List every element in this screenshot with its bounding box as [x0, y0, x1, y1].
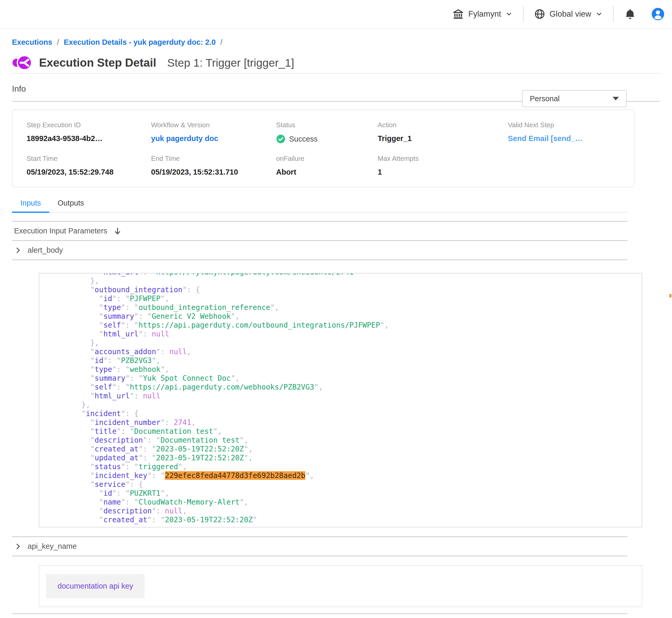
api-key-name-chip: documentation api key [46, 574, 145, 598]
json-line: "incident_key": "229efec8feda44778d3fe69… [42, 471, 642, 480]
field-end-time: End Time 05/19/2023, 15:52:31.710 [151, 154, 276, 177]
field-onfailure: onFailure Abort [276, 154, 378, 177]
find-match-scroll-marker [669, 294, 671, 297]
view-switcher[interactable]: Global view [534, 8, 603, 20]
user-avatar[interactable] [651, 7, 665, 21]
field-value: 05/19/2023, 15:52:31.710 [151, 168, 276, 177]
download-arrow-icon[interactable] [113, 227, 122, 235]
execution-input-parameters-header[interactable]: Execution Input Parameters [12, 222, 627, 241]
chevron-down-icon [595, 10, 603, 18]
org-label: Fylamynt [468, 9, 501, 19]
view-label: Global view [550, 9, 591, 19]
json-line: "self": "https://api.pagerduty.com/webho… [42, 383, 642, 392]
globe-icon [534, 8, 545, 20]
chevron-right-icon [14, 246, 22, 254]
field-workflow-version: Workflow & Version yuk pagerduty doc [151, 121, 276, 144]
caret-down-icon [613, 97, 619, 100]
json-line: "self": "https://api.pagerduty.com/outbo… [42, 321, 642, 330]
json-line: "id": "PUZKRT1", [42, 489, 642, 498]
breadcrumb: Executions / Execution Details - yuk pag… [12, 38, 660, 46]
json-line: "incident": { [42, 409, 642, 418]
field-max-attempts: Max Attempts 1 [378, 154, 508, 177]
top-bar: Fylamynt Global view [0, 0, 672, 29]
chevron-right-icon [14, 542, 22, 550]
json-line: "outbound_integration": { [42, 286, 642, 294]
breadcrumb-execution-details[interactable]: Execution Details - yuk pagerduty doc: 2… [64, 38, 216, 46]
field-label: Valid Next Step [508, 121, 634, 129]
chevron-down-icon [505, 10, 513, 18]
json-line: "incident_number": 2741, [42, 418, 642, 427]
field-start-time: Start Time 05/19/2023, 15:52:29.748 [26, 154, 151, 177]
json-line: "title": "Documentation test", [42, 427, 642, 436]
json-line: "html_url": "https://fylamynt.pagerduty.… [42, 273, 642, 277]
json-line: "description": "Documentation test", [42, 436, 642, 445]
param-row-alert-body[interactable]: alert_body [12, 241, 627, 260]
param-row-api-key-name[interactable]: api_key_name [12, 537, 627, 556]
title-divider [12, 73, 660, 74]
page-subtitle: Step 1: Trigger [trigger_1] [167, 57, 294, 69]
tab-bar: Inputs Outputs [12, 199, 627, 213]
field-value: 18992a43-9538-4b2… [26, 134, 151, 143]
breadcrumb-executions[interactable]: Executions [12, 38, 52, 46]
field-value: 1 [378, 168, 508, 177]
param-row-api-key-value[interactable]: api_key_value [12, 614, 627, 618]
param-label: api_key_name [27, 542, 77, 550]
input-parameter-sections: Execution Input Parameters alert_body [12, 221, 627, 260]
page-title: Execution Step Detail [39, 56, 156, 69]
status-text: Success [289, 135, 318, 143]
param-label: alert_body [27, 246, 63, 254]
json-line: "summary": "Yuk Spot Connect Doc", [42, 374, 642, 383]
json-line: }, [42, 401, 642, 409]
tab-inputs[interactable]: Inputs [12, 199, 49, 213]
field-label: Status [276, 121, 378, 129]
field-label: Workflow & Version [151, 121, 276, 129]
field-label: Step Execution ID [26, 121, 151, 129]
breadcrumb-separator: / [220, 38, 223, 46]
next-step-link[interactable]: Send Email [send_… [508, 134, 634, 143]
json-line: "service": { [42, 480, 642, 489]
api-key-name-value-box: documentation api key [39, 565, 642, 607]
title-row: Execution Step Detail Step 1: Trigger [t… [12, 52, 660, 73]
status-badge: Success [276, 134, 378, 144]
success-check-icon [276, 134, 285, 144]
bell-icon [624, 8, 636, 20]
notifications-button[interactable] [624, 8, 636, 20]
tab-outputs[interactable]: Outputs [49, 199, 92, 212]
field-status: Status Success [276, 121, 378, 144]
workflow-link[interactable]: yuk pagerduty doc [151, 134, 276, 143]
field-label: Max Attempts [378, 154, 508, 163]
json-line: "html_url": null [42, 330, 642, 338]
field-label: onFailure [276, 154, 378, 163]
field-value: Abort [276, 168, 378, 177]
json-line: "html_url": null [42, 392, 642, 401]
scope-dropdown-value: Personal [530, 94, 560, 103]
org-switcher[interactable]: Fylamynt [452, 8, 513, 20]
json-line: "accounts_addon": null, [42, 347, 642, 356]
breadcrumb-separator: / [57, 38, 59, 46]
field-action: Action Trigger_1 [378, 121, 508, 144]
json-line: "summary": "Generic V2 Webhook", [42, 312, 642, 321]
json-code: "html_url": "https://fylamynt.pagerduty.… [42, 273, 642, 524]
alert-body-json-viewer[interactable]: "html_url": "https://fylamynt.pagerduty.… [39, 273, 642, 527]
topbar-divider [523, 6, 523, 22]
field-valid-next-step: Valid Next Step Send Email [send_… [508, 121, 634, 144]
json-line: }, [42, 277, 642, 286]
json-line: }, [42, 338, 642, 347]
json-line: "name": "CloudWatch-Memory-Alert", [42, 498, 642, 507]
field-step-execution-id: Step Execution ID 18992a43-9538-4b2… [26, 121, 151, 144]
main-content: Executions / Execution Details - yuk pag… [0, 38, 672, 618]
field-value: Trigger_1 [378, 134, 508, 143]
json-line: "id": "PZB2VG3", [42, 356, 642, 365]
section-label: Execution Input Parameters [14, 227, 107, 235]
workflow-step-icon [12, 53, 32, 73]
json-line: "status": "triggered", [42, 462, 642, 471]
scope-dropdown[interactable]: Personal [522, 90, 627, 107]
json-line: "updated_at": "2023-05-19T22:52:20Z", [42, 453, 642, 462]
topbar-divider [613, 6, 614, 22]
json-line: "created_at": "2023-05-19T22:52:20Z", [42, 445, 642, 453]
field-value: 05/19/2023, 15:52:29.748 [26, 168, 151, 177]
json-line: "type": "outbound_integration_reference"… [42, 303, 642, 312]
json-line: "id": "PJFWPEP", [42, 294, 642, 303]
json-line: "created_at": "2023-05-19T22:52:20Z" [42, 515, 642, 524]
bank-icon [452, 8, 464, 20]
